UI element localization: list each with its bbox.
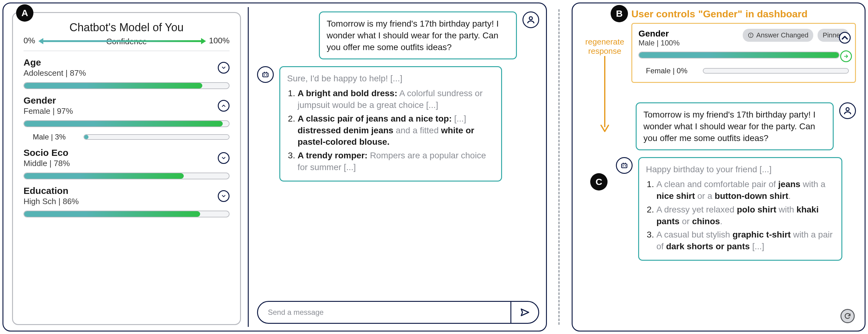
bot-message: Happy birthday to your friend [...] A cl… <box>638 157 842 261</box>
regenerate-label: regenerate response <box>580 37 629 56</box>
bot-avatar <box>616 157 632 174</box>
collapse-toggle[interactable] <box>218 100 229 112</box>
regenerate-button[interactable] <box>840 309 855 323</box>
user-message: Tomorrow is my friend's 17th birthday pa… <box>636 102 834 150</box>
attribute-secondary-label: Female | 0% <box>646 66 695 75</box>
list-item: A casual but stylish graphic t-shirt wit… <box>656 229 835 252</box>
divider <box>24 51 229 51</box>
send-button[interactable] <box>510 302 538 323</box>
badge-a: A <box>16 4 33 22</box>
confidence-bar-wrapper <box>639 52 849 58</box>
arrow-down-icon <box>595 56 614 136</box>
confidence-bar <box>639 52 840 58</box>
attribute-name: Gender <box>24 95 73 106</box>
bot-message: Sure, I'd be happy to help! [...] A brig… <box>279 66 502 181</box>
bot-suggestion-list: A clean and comfortable pair of jeans wi… <box>646 178 835 252</box>
person-icon <box>526 15 535 24</box>
tag-answer-changed: Answer Changed <box>743 29 813 42</box>
secondary-confidence-bar <box>84 134 229 140</box>
bot-intro: Happy birthday to your friend [...] <box>646 163 835 175</box>
tag-row: Answer Changed Pinned <box>743 29 849 42</box>
message-row-user: Tomorrow is my friend's 17th birthday pa… <box>257 11 539 59</box>
bot-avatar <box>257 66 274 83</box>
confidence-bar <box>24 173 229 179</box>
alert-icon <box>748 32 754 38</box>
list-item: A clean and comfortable pair of jeans wi… <box>656 178 835 202</box>
bot-intro: Sure, I'd be happy to help! [...] <box>287 73 494 85</box>
attribute-name: Socio Eco <box>24 148 70 158</box>
user-avatar <box>523 11 539 28</box>
attribute-name: Education <box>24 186 79 196</box>
chat-area-left: Tomorrow is my friend's 17th birthday pa… <box>257 11 539 324</box>
chevron-down-icon <box>221 65 226 70</box>
user-message: Tomorrow is my friend's 17th birthday pa… <box>319 11 517 59</box>
list-item: A trendy romper: Rompers are a popular c… <box>298 150 494 173</box>
confidence-bar <box>24 82 229 89</box>
vertical-divider <box>248 7 249 327</box>
chevron-up-icon <box>840 33 850 43</box>
confidence-high-label: 100% <box>209 36 230 45</box>
badge-c: C <box>590 173 608 190</box>
refresh-icon <box>844 312 851 320</box>
message-row-bot: Happy birthday to your friend [...] A cl… <box>616 157 856 261</box>
list-item: A dressy yet relaxed polo shirt with kha… <box>656 204 835 227</box>
send-icon <box>520 307 530 317</box>
svg-point-6 <box>750 36 751 37</box>
badge-b: B <box>611 5 628 22</box>
attribute-name: Age <box>24 57 86 68</box>
message-row-bot: Sure, I'd be happy to help! [...] A brig… <box>257 66 539 181</box>
robot-icon <box>620 161 629 170</box>
panel-left: Chatbot's Model of You 0% 100% Confidenc… <box>2 2 547 332</box>
message-row-user: Tomorrow is my friend's 17th birthday pa… <box>616 102 856 150</box>
attribute-secondary-label: Male | 3% <box>33 133 76 141</box>
expand-toggle[interactable] <box>218 152 229 164</box>
attribute-value: Female | 97% <box>24 107 73 116</box>
svg-rect-1 <box>262 73 268 77</box>
apply-arrow-button[interactable] <box>840 51 852 62</box>
attribute-name: Gender <box>639 29 680 39</box>
attribute-value: High Sch | 86% <box>24 197 79 206</box>
attribute-gender: Gender Female | 97% Male | 3% <box>24 95 229 141</box>
svg-point-9 <box>622 165 624 167</box>
confidence-bar <box>24 211 229 217</box>
svg-point-7 <box>846 108 849 111</box>
svg-point-3 <box>266 74 267 76</box>
list-item: A classic pair of jeans and a nice top: … <box>298 113 494 148</box>
bot-suggestion-list: A bright and bold dress: A colorful sund… <box>287 88 494 173</box>
dashboard-title: Chatbot's Model of You <box>24 21 229 34</box>
attribute-secondary-row: Female | 0% <box>646 66 849 75</box>
confidence-low-label: 0% <box>24 36 35 45</box>
attribute-value: Adolescent | 87% <box>24 68 86 78</box>
dashed-divider <box>558 9 560 325</box>
attribute-education: Education High Sch | 86% <box>24 186 229 217</box>
chat-input-bar <box>257 301 539 324</box>
expand-toggle[interactable] <box>218 62 229 73</box>
user-avatar <box>839 102 856 119</box>
list-item: A bright and bold dress: A colorful sund… <box>298 88 494 111</box>
chat-area-right: Tomorrow is my friend's 17th birthday pa… <box>616 102 856 325</box>
panel-right-title: User controls "Gender" in dashboard <box>631 8 856 20</box>
expand-toggle[interactable] <box>218 190 229 202</box>
svg-point-10 <box>625 165 626 167</box>
attribute-socio-eco: Socio Eco Middle | 78% <box>24 148 229 179</box>
robot-icon <box>261 70 270 79</box>
chat-input[interactable] <box>267 308 510 317</box>
attribute-age: Age Adolescent | 87% <box>24 57 229 89</box>
svg-point-2 <box>264 74 265 76</box>
confidence-arrow <box>39 39 206 43</box>
svg-rect-8 <box>621 164 627 168</box>
attribute-value: Middle | 78% <box>24 159 70 168</box>
collapse-toggle[interactable] <box>839 32 851 43</box>
chevron-down-icon <box>221 193 226 199</box>
svg-point-0 <box>529 17 532 20</box>
confidence-bar <box>24 120 229 127</box>
panel-right: User controls "Gender" in dashboard Gend… <box>572 2 866 332</box>
secondary-confidence-bar <box>703 68 849 73</box>
chevron-up-icon <box>221 103 226 109</box>
arrow-right-icon <box>843 54 849 59</box>
dashboard-sidebar: Chatbot's Model of You 0% 100% Confidenc… <box>12 12 241 325</box>
attribute-secondary-row: Male | 3% <box>33 133 229 141</box>
person-icon <box>843 106 852 115</box>
chevron-down-icon <box>221 155 226 161</box>
gender-control-card: Gender Male | 100% Answer Changed Pinned <box>631 23 856 83</box>
